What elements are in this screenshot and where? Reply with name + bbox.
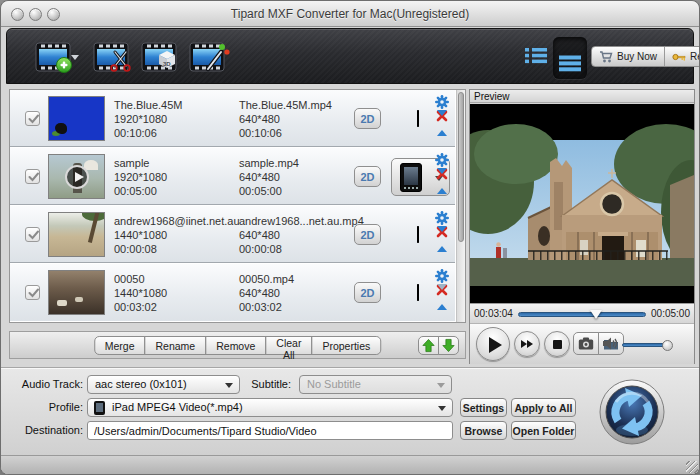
clip-button[interactable] [87,35,137,79]
output-name: 00050.mp4 [239,272,357,286]
2d-3d-toggle-button[interactable]: 2D [354,224,381,245]
title-bar: Tipard MXF Converter for Mac(Unregistere… [1,1,699,27]
gear-icon [435,211,449,225]
merge-button[interactable]: Merge [94,336,146,355]
video-preview[interactable] [470,104,694,303]
seek-slider-thumb[interactable] [590,310,602,319]
source-resolution: 1440*1080 [114,286,236,300]
audio-track-select[interactable]: aac stereo (0x101) [87,375,240,394]
effect-button[interactable] [185,35,235,79]
convert-button[interactable] [598,378,666,446]
list-action-bar: Merge Rename Remove Clear All Properties [9,331,466,359]
ipad-icon [417,226,419,243]
video-thumbnail [48,154,105,199]
row-checkbox[interactable] [25,169,40,184]
video-thumbnail [48,212,105,257]
volume-slider-thumb[interactable] [662,340,673,351]
list-view-icon [525,47,547,64]
remove-button[interactable]: Remove [205,336,266,355]
speaker-icon [603,337,619,350]
window-footer [1,455,700,475]
clear-all-button[interactable]: Clear All [265,336,312,355]
open-folder-button[interactable]: Open Folder [511,421,576,440]
apply-to-all-button[interactable]: Apply to All [511,398,576,417]
output-duration: 00:00:08 [239,242,357,256]
properties-button[interactable]: Properties [311,336,381,355]
source-name: 00050 [114,272,236,286]
move-item-up-button[interactable] [418,336,439,355]
snapshot-button[interactable] [573,332,599,355]
output-resolution: 640*480 [239,228,357,242]
profile-select[interactable]: iPad MPEG4 Video(*.mp4) [87,398,453,417]
check-icon [27,228,40,241]
row-checkbox[interactable] [25,227,40,242]
down-arrow-icon [437,110,447,131]
seek-bar-row: 00:03:04 00:05:00 [470,303,694,323]
profile-label: Profile: [7,398,83,417]
buy-now-label: Buy Now [617,51,657,62]
main-toolbar: 3D [6,28,694,84]
2d-3d-toggle-button[interactable]: 2D [354,282,381,303]
source-duration: 00:00:08 [114,242,236,256]
seek-slider[interactable] [518,312,646,317]
green-down-arrow-icon [441,338,456,353]
source-resolution: 1440*1080 [114,228,236,242]
gear-icon [435,269,449,283]
source-name: The.Blue.45M [114,98,236,112]
green-up-arrow-icon [421,338,436,353]
device-profile-button[interactable] [406,103,430,134]
list-buttons-group: Merge Rename Remove Clear All Properties [94,336,382,355]
file-row[interactable]: andrew1968@iinet.net.au 1440*1080 00:00:… [10,206,455,263]
stop-button[interactable] [544,331,570,357]
2d-3d-toggle-button[interactable]: 2D [354,108,381,129]
file-row[interactable]: The.Blue.45M 1920*1080 00:10:06 The.Blue… [10,90,455,147]
scrollbar-thumb[interactable] [458,92,464,242]
convert-sync-icon [598,378,666,446]
app-window: Tipard MXF Converter for Mac(Unregistere… [0,0,700,475]
output-settings-panel: Audio Track: aac stereo (0x101) Subtitle… [1,367,700,455]
purchase-group: Buy Now Register [591,46,700,67]
file-list-scrollbar[interactable] [456,90,465,322]
ipad-icon [417,284,419,301]
file-row[interactable]: 00050 1440*1080 00:03:02 00050.mp4 640*4… [10,264,455,321]
resize-grip[interactable] [686,461,698,473]
rename-button[interactable]: Rename [145,336,207,355]
volume-slider[interactable] [622,343,670,347]
move-item-down-button[interactable] [438,336,459,355]
detail-view-button[interactable] [553,37,587,79]
register-button[interactable]: Register [664,47,700,66]
output-duration: 00:03:02 [239,300,357,314]
row-checkbox[interactable] [25,111,40,126]
row-settings-button[interactable] [435,95,449,109]
file-row[interactable]: sample 1920*1080 00:05:00 sample.mp4 640… [10,148,455,205]
play-overlay-icon[interactable] [65,165,89,189]
3d-button[interactable]: 3D [135,35,185,79]
destination-input[interactable] [87,421,453,440]
settings-button[interactable]: Settings [460,398,507,417]
video-thumbnail [48,96,105,141]
ipad-icon [417,110,419,127]
fast-forward-button[interactable] [514,331,540,357]
output-name: The.Blue.45M.mp4 [239,98,357,112]
row-settings-button[interactable] [435,269,449,283]
dropdown-caret-icon [225,383,233,388]
2d-3d-toggle-button[interactable]: 2D [354,166,381,187]
audio-track-label: Audio Track: [7,375,83,394]
device-profile-button[interactable] [406,219,430,250]
add-file-button[interactable] [31,35,81,79]
row-settings-button[interactable] [435,153,449,167]
play-button[interactable] [476,327,510,361]
row-checkbox[interactable] [25,285,40,300]
device-profile-button[interactable] [406,277,430,308]
buy-now-button[interactable]: Buy Now [592,47,664,66]
output-name: andrew1968...net.au.mp4 [239,214,357,228]
current-time: 00:03:04 [474,304,513,324]
check-icon [27,170,40,183]
browse-button[interactable]: Browse [460,421,507,440]
subtitle-select[interactable]: No Subtitle [299,375,452,394]
row-settings-button[interactable] [435,211,449,225]
gear-icon [435,95,449,109]
down-arrow-icon [437,284,447,305]
list-view-button[interactable] [523,46,549,68]
add-file-dropdown-caret-icon [71,55,79,60]
